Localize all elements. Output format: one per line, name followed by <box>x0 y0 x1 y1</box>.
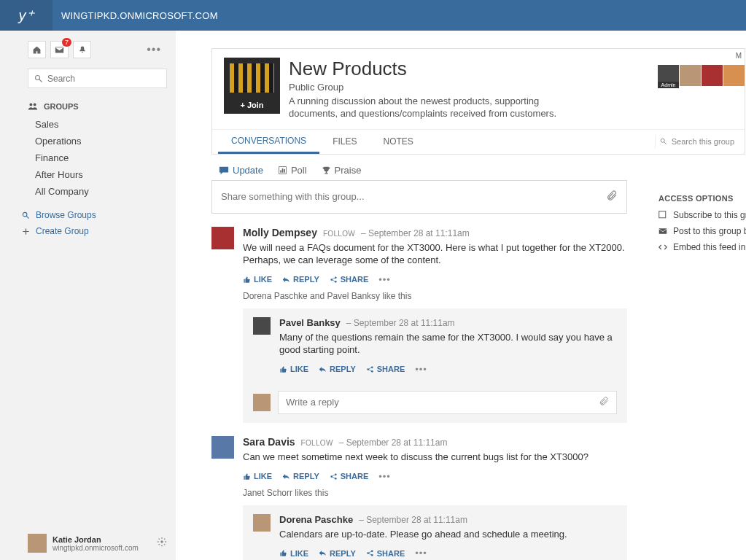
group-item-sales[interactable]: Sales <box>0 116 176 133</box>
search-input[interactable] <box>43 74 160 84</box>
inbox-button[interactable]: 7 <box>50 41 69 58</box>
like-button[interactable]: LIKE <box>279 549 308 558</box>
search-icon <box>34 74 43 83</box>
group-item-all-company[interactable]: All Company <box>0 183 176 200</box>
tab-conversations[interactable]: CONVERSATIONS <box>218 130 319 154</box>
svg-rect-26 <box>659 228 667 234</box>
post-more-button[interactable]: ••• <box>378 274 391 285</box>
svg-rect-10 <box>280 170 281 172</box>
follow-button[interactable]: FOLLOW <box>301 439 333 447</box>
access-subscribe[interactable]: Subscribe to this gro <box>658 210 746 220</box>
left-sidebar: 7 ••• GROUPS Sales Operations Finance Af… <box>0 31 176 560</box>
reply-button[interactable]: REPLY <box>282 275 319 284</box>
reply-button[interactable]: REPLY <box>319 365 356 373</box>
author-name[interactable]: Pavel Banksy <box>279 317 341 328</box>
access-post-email[interactable]: Post to this group by <box>658 226 746 236</box>
author-avatar[interactable] <box>211 436 234 459</box>
attach-button[interactable] <box>599 396 609 409</box>
group-list: Sales Operations Finance After Hours All… <box>0 116 176 200</box>
reply-input[interactable] <box>286 397 599 408</box>
svg-point-14 <box>335 276 337 279</box>
share-icon <box>330 472 338 481</box>
search-icon <box>660 138 667 145</box>
search-box[interactable] <box>28 69 167 88</box>
group-type: Public Group <box>289 82 566 93</box>
svg-point-17 <box>371 366 373 368</box>
group-item-operations[interactable]: Operations <box>0 133 176 149</box>
svg-rect-11 <box>282 168 284 173</box>
reply-icon <box>319 549 327 557</box>
create-group-link[interactable]: Create Group <box>0 223 176 239</box>
reply-timestamp: – September 28 at 11:11am <box>346 318 455 328</box>
admin-badge: Admin <box>658 82 679 88</box>
composer-tab-poll[interactable]: Poll <box>278 165 307 180</box>
current-user-avatar[interactable] <box>28 534 47 553</box>
reply-button[interactable]: REPLY <box>282 472 319 481</box>
composer-tab-praise[interactable]: Praise <box>322 165 362 180</box>
post-more-button[interactable]: ••• <box>415 548 427 559</box>
svg-point-0 <box>36 75 40 79</box>
svg-point-21 <box>335 477 337 479</box>
composer-tab-update[interactable]: Update <box>219 165 263 180</box>
top-bar: y⁺ WINGTIPKD.ONMICROSOFT.COM <box>0 0 746 31</box>
svg-point-6 <box>160 540 163 543</box>
author-avatar[interactable] <box>253 317 271 335</box>
svg-point-24 <box>371 554 373 556</box>
reply-icon <box>282 276 290 284</box>
home-button[interactable] <box>28 41 46 58</box>
composer-box[interactable] <box>211 180 627 214</box>
post-more-button[interactable]: ••• <box>415 364 427 375</box>
likes-summary: Dorena Paschke and Pavel Banksy like thi… <box>243 291 627 301</box>
composer-input[interactable] <box>221 191 606 202</box>
post-text: We will need a FAQs document for the XT3… <box>243 241 627 267</box>
mail-icon <box>55 45 64 55</box>
tab-files[interactable]: FILES <box>319 131 370 152</box>
like-button[interactable]: LIKE <box>243 472 272 481</box>
reply-button[interactable]: REPLY <box>319 549 356 558</box>
composer-section: Update Poll Praise <box>211 165 627 214</box>
share-button[interactable]: SHARE <box>330 472 369 481</box>
post-text: Can we meet sometime next week to discus… <box>243 451 627 464</box>
tab-notes[interactable]: NOTES <box>370 131 426 152</box>
sidebar-more-button[interactable]: ••• <box>147 43 168 56</box>
author-name[interactable]: Dorena Paschke <box>279 514 353 525</box>
share-button[interactable]: SHARE <box>366 365 405 373</box>
user-footer: Katie Jordan wingtipkd.onmicrosoft.com <box>0 526 176 560</box>
access-embed[interactable]: Embed this feed in yo <box>658 242 746 252</box>
share-button[interactable]: SHARE <box>366 549 405 558</box>
svg-point-7 <box>661 139 664 143</box>
current-user-domain: wingtipkd.onmicrosoft.com <box>53 544 151 552</box>
author-avatar[interactable] <box>253 514 271 532</box>
follow-button[interactable]: FOLLOW <box>323 230 355 238</box>
svg-line-5 <box>26 216 28 218</box>
member-avatars[interactable]: Admin <box>658 65 745 86</box>
like-button[interactable]: LIKE <box>279 365 308 373</box>
current-user-name: Katie Jordan <box>53 535 151 544</box>
like-button[interactable]: LIKE <box>243 275 272 284</box>
svg-point-23 <box>371 550 373 552</box>
groups-header: GROUPS <box>0 97 176 116</box>
author-avatar[interactable] <box>211 227 234 249</box>
access-options: ACCESS OPTIONS Subscribe to this gro Pos… <box>658 194 746 258</box>
share-icon <box>366 549 374 557</box>
author-name[interactable]: Molly Dempsey <box>243 227 317 238</box>
svg-rect-12 <box>284 169 285 173</box>
yammer-logo[interactable]: y⁺ <box>0 0 53 31</box>
group-item-finance[interactable]: Finance <box>0 149 176 166</box>
members-link[interactable]: M <box>736 52 742 60</box>
group-item-after-hours[interactable]: After Hours <box>0 166 176 183</box>
reply-icon <box>282 472 290 481</box>
browse-groups-link[interactable]: Browse Groups <box>0 207 176 223</box>
author-name[interactable]: Sara Davis <box>243 436 295 448</box>
svg-point-3 <box>34 103 36 106</box>
feed: Molly Dempsey FOLLOW – September 28 at 1… <box>211 227 627 560</box>
group-search[interactable]: Search this group <box>655 135 739 148</box>
reply-composer[interactable] <box>278 391 617 414</box>
notifications-button[interactable] <box>73 41 91 58</box>
post-more-button[interactable]: ••• <box>378 471 391 482</box>
join-button[interactable]: + Join <box>240 101 263 109</box>
share-button[interactable]: SHARE <box>330 275 369 284</box>
gear-icon <box>157 537 167 547</box>
settings-button[interactable] <box>157 537 167 550</box>
attach-button[interactable] <box>606 190 618 204</box>
